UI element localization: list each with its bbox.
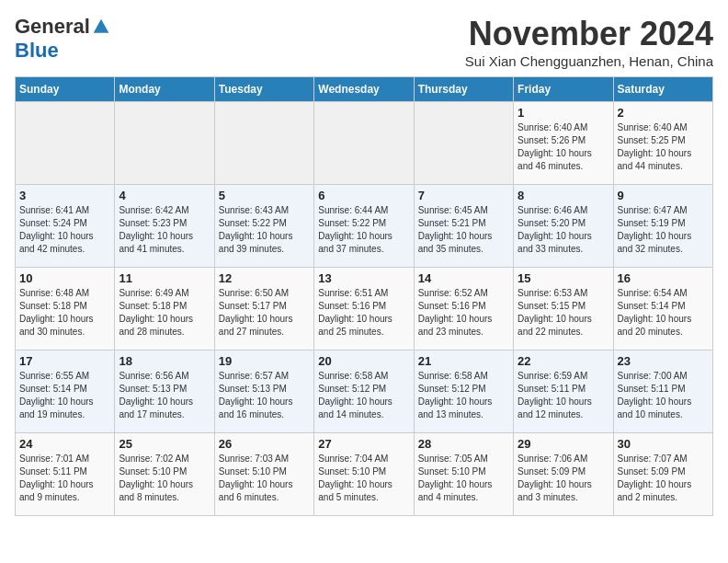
cell-content: Sunrise: 6:55 AMSunset: 5:14 PMDaylight:… bbox=[19, 370, 110, 421]
day-number: 22 bbox=[518, 354, 609, 368]
calendar-cell bbox=[16, 102, 115, 185]
calendar-cell: 28Sunrise: 7:05 AMSunset: 5:10 PMDayligh… bbox=[414, 433, 513, 516]
day-number: 19 bbox=[219, 354, 310, 368]
day-number: 12 bbox=[219, 271, 310, 285]
cell-content: Sunrise: 7:00 AMSunset: 5:11 PMDaylight:… bbox=[618, 370, 709, 421]
day-number: 27 bbox=[318, 437, 409, 451]
calendar-cell: 6Sunrise: 6:44 AMSunset: 5:22 PMDaylight… bbox=[314, 185, 414, 268]
calendar-cell bbox=[115, 102, 214, 185]
day-number: 4 bbox=[119, 189, 210, 202]
cell-content: Sunrise: 6:57 AMSunset: 5:13 PMDaylight:… bbox=[219, 370, 310, 421]
calendar-cell: 24Sunrise: 7:01 AMSunset: 5:11 PMDayligh… bbox=[16, 433, 115, 516]
calendar-week-row: 24Sunrise: 7:01 AMSunset: 5:11 PMDayligh… bbox=[16, 433, 713, 516]
calendar-cell: 25Sunrise: 7:02 AMSunset: 5:10 PMDayligh… bbox=[115, 433, 214, 516]
calendar-cell: 10Sunrise: 6:48 AMSunset: 5:18 PMDayligh… bbox=[16, 268, 115, 350]
day-number: 20 bbox=[318, 354, 409, 368]
cell-content: Sunrise: 7:03 AMSunset: 5:10 PMDaylight:… bbox=[219, 453, 310, 504]
calendar-table: SundayMondayTuesdayWednesdayThursdayFrid… bbox=[15, 76, 713, 516]
calendar-cell: 3Sunrise: 6:41 AMSunset: 5:24 PMDaylight… bbox=[16, 185, 115, 268]
day-number: 3 bbox=[19, 189, 110, 202]
calendar-body: 1Sunrise: 6:40 AMSunset: 5:26 PMDaylight… bbox=[16, 102, 713, 516]
day-number: 7 bbox=[418, 189, 509, 202]
cell-content: Sunrise: 7:06 AMSunset: 5:09 PMDaylight:… bbox=[518, 453, 609, 504]
calendar-cell: 9Sunrise: 6:47 AMSunset: 5:19 PMDaylight… bbox=[613, 185, 712, 268]
cell-content: Sunrise: 6:54 AMSunset: 5:14 PMDaylight:… bbox=[618, 287, 709, 339]
cell-content: Sunrise: 6:51 AMSunset: 5:16 PMDaylight:… bbox=[318, 287, 409, 339]
cell-content: Sunrise: 6:40 AMSunset: 5:26 PMDaylight:… bbox=[518, 121, 609, 173]
day-number: 5 bbox=[219, 189, 310, 202]
calendar-cell: 18Sunrise: 6:56 AMSunset: 5:13 PMDayligh… bbox=[115, 350, 214, 433]
day-number: 2 bbox=[618, 106, 709, 120]
day-number: 29 bbox=[518, 437, 609, 451]
day-number: 16 bbox=[618, 271, 709, 285]
day-number: 21 bbox=[418, 354, 509, 368]
cell-content: Sunrise: 6:41 AMSunset: 5:24 PMDaylight:… bbox=[19, 204, 110, 256]
cell-content: Sunrise: 6:52 AMSunset: 5:16 PMDaylight:… bbox=[418, 287, 509, 339]
cell-content: Sunrise: 6:50 AMSunset: 5:17 PMDaylight:… bbox=[219, 287, 310, 339]
cell-content: Sunrise: 7:05 AMSunset: 5:10 PMDaylight:… bbox=[418, 453, 509, 504]
calendar-week-row: 17Sunrise: 6:55 AMSunset: 5:14 PMDayligh… bbox=[16, 350, 713, 433]
cell-content: Sunrise: 6:56 AMSunset: 5:13 PMDaylight:… bbox=[119, 370, 210, 421]
cell-content: Sunrise: 6:49 AMSunset: 5:18 PMDaylight:… bbox=[119, 287, 210, 339]
calendar-cell: 12Sunrise: 6:50 AMSunset: 5:17 PMDayligh… bbox=[214, 268, 313, 350]
cell-content: Sunrise: 6:46 AMSunset: 5:20 PMDaylight:… bbox=[518, 204, 609, 256]
calendar-cell: 14Sunrise: 6:52 AMSunset: 5:16 PMDayligh… bbox=[414, 268, 513, 350]
calendar-cell: 29Sunrise: 7:06 AMSunset: 5:09 PMDayligh… bbox=[514, 433, 613, 516]
calendar-cell: 5Sunrise: 6:43 AMSunset: 5:22 PMDaylight… bbox=[214, 185, 313, 268]
page-header: General Blue November 2024 Sui Xian Chen… bbox=[15, 15, 713, 69]
day-number: 13 bbox=[318, 271, 409, 285]
cell-content: Sunrise: 6:59 AMSunset: 5:11 PMDaylight:… bbox=[518, 370, 609, 421]
day-number: 25 bbox=[119, 437, 210, 451]
day-number: 26 bbox=[219, 437, 310, 451]
calendar-cell: 23Sunrise: 7:00 AMSunset: 5:11 PMDayligh… bbox=[613, 350, 712, 433]
day-number: 8 bbox=[518, 189, 609, 202]
calendar-week-row: 3Sunrise: 6:41 AMSunset: 5:24 PMDaylight… bbox=[16, 185, 713, 268]
calendar-cell: 30Sunrise: 7:07 AMSunset: 5:09 PMDayligh… bbox=[613, 433, 712, 516]
logo-icon bbox=[92, 17, 110, 36]
day-number: 28 bbox=[418, 437, 509, 451]
weekday-header-tuesday: Tuesday bbox=[214, 77, 313, 102]
logo-blue-text: Blue bbox=[15, 39, 59, 63]
weekday-header-saturday: Saturday bbox=[613, 77, 712, 102]
day-number: 6 bbox=[318, 189, 409, 202]
calendar-cell: 4Sunrise: 6:42 AMSunset: 5:23 PMDaylight… bbox=[115, 185, 214, 268]
cell-content: Sunrise: 6:45 AMSunset: 5:21 PMDaylight:… bbox=[418, 204, 509, 256]
title-block: November 2024 Sui Xian Chengguanzhen, He… bbox=[465, 15, 713, 69]
cell-content: Sunrise: 7:04 AMSunset: 5:10 PMDaylight:… bbox=[318, 453, 409, 504]
cell-content: Sunrise: 6:44 AMSunset: 5:22 PMDaylight:… bbox=[318, 204, 409, 256]
calendar-cell: 8Sunrise: 6:46 AMSunset: 5:20 PMDaylight… bbox=[514, 185, 613, 268]
cell-content: Sunrise: 6:42 AMSunset: 5:23 PMDaylight:… bbox=[119, 204, 210, 256]
calendar-cell: 2Sunrise: 6:40 AMSunset: 5:25 PMDaylight… bbox=[613, 102, 712, 185]
calendar-header: SundayMondayTuesdayWednesdayThursdayFrid… bbox=[16, 77, 713, 102]
calendar-cell: 11Sunrise: 6:49 AMSunset: 5:18 PMDayligh… bbox=[115, 268, 214, 350]
svg-marker-0 bbox=[94, 19, 109, 33]
calendar-week-row: 1Sunrise: 6:40 AMSunset: 5:26 PMDaylight… bbox=[16, 102, 713, 185]
cell-content: Sunrise: 6:58 AMSunset: 5:12 PMDaylight:… bbox=[418, 370, 509, 421]
weekday-header-sunday: Sunday bbox=[16, 77, 115, 102]
calendar-cell bbox=[414, 102, 513, 185]
day-number: 23 bbox=[618, 354, 709, 368]
day-number: 30 bbox=[618, 437, 709, 451]
day-number: 15 bbox=[518, 271, 609, 285]
cell-content: Sunrise: 6:53 AMSunset: 5:15 PMDaylight:… bbox=[518, 287, 609, 339]
day-number: 11 bbox=[119, 271, 210, 285]
day-number: 18 bbox=[119, 354, 210, 368]
day-number: 17 bbox=[19, 354, 110, 368]
calendar-cell: 27Sunrise: 7:04 AMSunset: 5:10 PMDayligh… bbox=[314, 433, 414, 516]
day-number: 1 bbox=[518, 106, 609, 120]
calendar-week-row: 10Sunrise: 6:48 AMSunset: 5:18 PMDayligh… bbox=[16, 268, 713, 350]
weekday-header-friday: Friday bbox=[514, 77, 613, 102]
calendar-cell bbox=[214, 102, 313, 185]
calendar-cell: 22Sunrise: 6:59 AMSunset: 5:11 PMDayligh… bbox=[514, 350, 613, 433]
cell-content: Sunrise: 6:43 AMSunset: 5:22 PMDaylight:… bbox=[219, 204, 310, 256]
calendar-cell: 16Sunrise: 6:54 AMSunset: 5:14 PMDayligh… bbox=[613, 268, 712, 350]
cell-content: Sunrise: 6:47 AMSunset: 5:19 PMDaylight:… bbox=[618, 204, 709, 256]
calendar-cell: 20Sunrise: 6:58 AMSunset: 5:12 PMDayligh… bbox=[314, 350, 414, 433]
day-number: 10 bbox=[19, 271, 110, 285]
weekday-header-monday: Monday bbox=[115, 77, 214, 102]
weekday-header-wednesday: Wednesday bbox=[314, 77, 414, 102]
day-number: 9 bbox=[618, 189, 709, 202]
calendar-cell: 19Sunrise: 6:57 AMSunset: 5:13 PMDayligh… bbox=[214, 350, 313, 433]
day-number: 14 bbox=[418, 271, 509, 285]
calendar-cell: 17Sunrise: 6:55 AMSunset: 5:14 PMDayligh… bbox=[16, 350, 115, 433]
